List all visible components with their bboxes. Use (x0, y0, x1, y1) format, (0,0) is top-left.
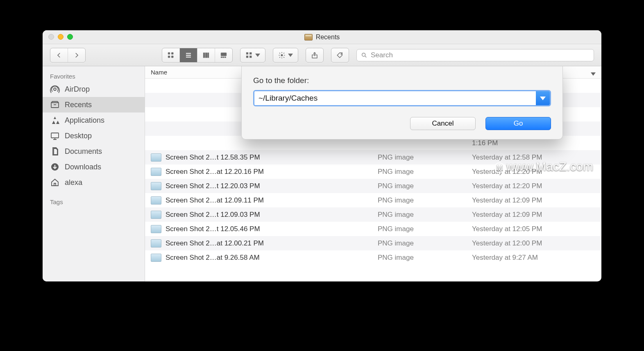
search-icon (361, 52, 367, 59)
sidebar-item-label: Desktop (65, 132, 92, 140)
folder-path-input[interactable] (254, 91, 536, 105)
cancel-button[interactable]: Cancel (410, 117, 476, 130)
file-date-opened: Yesterday at 9:27 AM (466, 254, 601, 262)
file-name: Screen Shot 2…at 12.20.16 PM (166, 168, 264, 176)
body: Favorites AirDropRecentsApplicationsDesk… (43, 66, 601, 281)
table-row[interactable]: Screen Shot 2…t 12.09.03 PMPNG imageYest… (145, 207, 601, 222)
sheet-title: Go to the folder: (253, 76, 551, 85)
folder-path-field (253, 90, 551, 106)
close-button[interactable] (48, 34, 54, 40)
sidebar-item-recents[interactable]: Recents (43, 97, 145, 112)
svg-rect-12 (250, 52, 252, 54)
icon-view-button[interactable] (162, 48, 180, 62)
sidebar-item-alexa[interactable]: alexa (43, 175, 145, 190)
table-row[interactable]: Screen Shot 2…t 12.05.46 PMPNG imageYest… (145, 222, 601, 236)
window-controls (48, 34, 73, 40)
sidebar-item-desktop[interactable]: Desktop (43, 128, 145, 144)
table-row[interactable]: Screen Shot 2…at 12.20.16 PMPNG imageYes… (145, 164, 601, 179)
apps-icon (50, 115, 60, 125)
go-to-folder-sheet: Go to the folder: Cancel Go (241, 66, 563, 140)
tags-button[interactable] (331, 48, 349, 62)
sidebar-item-label: Downloads (65, 163, 101, 171)
file-kind: PNG image (372, 239, 466, 248)
path-history-dropdown[interactable] (536, 91, 550, 105)
window-title-wrap: Recents (304, 34, 340, 41)
file-date-opened: Yesterday at 12:20 PM (466, 182, 601, 190)
svg-rect-7 (221, 53, 227, 56)
file-list: Name Kind pened 2:31 PM2:10 PM1:43 PM1:2… (145, 66, 601, 281)
file-thumbnail-icon (151, 239, 161, 248)
column-view-button[interactable] (197, 48, 215, 62)
file-thumbnail-icon (151, 153, 161, 162)
svg-point-19 (54, 88, 56, 90)
svg-rect-4 (203, 53, 205, 58)
downloads-icon (50, 162, 60, 172)
file-date-opened: Yesterday at 12:09 PM (466, 211, 601, 219)
svg-point-15 (281, 54, 283, 56)
list-view-button[interactable] (180, 48, 197, 62)
sidebar-item-applications[interactable]: Applications (43, 112, 145, 128)
file-kind: PNG image (372, 211, 466, 219)
file-kind: PNG image (372, 196, 466, 205)
minimize-button[interactable] (58, 34, 63, 40)
sidebar-item-airdrop[interactable]: AirDrop (43, 81, 145, 97)
sidebar-item-downloads[interactable]: Downloads (43, 159, 145, 175)
svg-rect-0 (168, 52, 170, 54)
svg-rect-5 (206, 53, 207, 58)
airdrop-icon (50, 84, 60, 94)
file-thumbnail-icon (151, 225, 161, 233)
svg-rect-20 (51, 103, 59, 108)
gallery-view-button[interactable] (215, 48, 232, 62)
svg-rect-9 (223, 56, 224, 57)
section-favorites: Favorites (43, 70, 145, 81)
search-field[interactable]: Search (356, 49, 594, 61)
file-name: Screen Shot 2…at 12.09.11 PM (166, 196, 264, 205)
file-kind: PNG image (372, 225, 466, 233)
sidebar-item-label: Documents (65, 147, 102, 156)
svg-rect-14 (250, 56, 252, 58)
back-button[interactable] (50, 48, 68, 62)
share-button[interactable] (306, 48, 323, 62)
table-row[interactable]: Screen Shot 2…at 12.00.21 PMPNG imageYes… (145, 236, 601, 250)
file-kind: PNG image (372, 254, 466, 262)
file-date-opened: Yesterday at 12:00 PM (466, 239, 601, 248)
sidebar-item-documents[interactable]: Documents (43, 144, 145, 159)
chevron-down-icon (288, 54, 293, 57)
table-row[interactable]: Screen Shot 2…t 12.20.03 PMPNG imageYest… (145, 179, 601, 193)
sheet-buttons: Cancel Go (253, 117, 551, 130)
forward-button[interactable] (68, 48, 85, 62)
file-date-opened: 1:16 PM (466, 139, 601, 147)
maximize-button[interactable] (67, 34, 73, 40)
svg-rect-2 (168, 56, 170, 58)
file-date-opened: Yesterday at 12:05 PM (466, 225, 601, 233)
file-thumbnail-icon (151, 196, 161, 205)
recents-icon (50, 100, 60, 110)
window-title: Recents (316, 34, 340, 41)
svg-rect-21 (51, 133, 59, 138)
svg-rect-1 (172, 52, 174, 54)
group-by-button[interactable] (240, 48, 265, 62)
sort-descending-icon (591, 72, 596, 76)
file-thumbnail-icon (151, 254, 161, 262)
file-thumbnail-icon (151, 168, 161, 176)
file-name: Screen Shot 2…t 12.58.35 PM (166, 153, 260, 162)
sidebar-item-label: AirDrop (65, 85, 90, 94)
svg-rect-3 (172, 56, 174, 58)
table-row[interactable]: Screen Shot 2…at 12.09.11 PMPNG imageYes… (145, 193, 601, 207)
action-button[interactable] (273, 48, 298, 62)
sidebar: Favorites AirDropRecentsApplicationsDesk… (43, 66, 145, 281)
documents-icon (50, 146, 60, 156)
svg-point-18 (362, 53, 365, 56)
file-name: Screen Shot 2…t 12.09.03 PM (166, 211, 260, 219)
desktop-icon (50, 131, 60, 141)
svg-point-17 (341, 53, 342, 54)
action-menu (273, 48, 298, 63)
table-row[interactable]: Screen Shot 2…at 9.26.58 AMPNG imageYest… (145, 250, 601, 265)
search-placeholder: Search (371, 51, 393, 59)
finder-window: Recents Search Favorites (43, 30, 601, 281)
file-kind: PNG image (372, 182, 466, 190)
go-button[interactable]: Go (485, 117, 551, 130)
file-kind: PNG image (372, 153, 466, 162)
table-row[interactable]: Screen Shot 2…t 12.58.35 PMPNG imageYest… (145, 150, 601, 164)
file-thumbnail-icon (151, 182, 161, 190)
